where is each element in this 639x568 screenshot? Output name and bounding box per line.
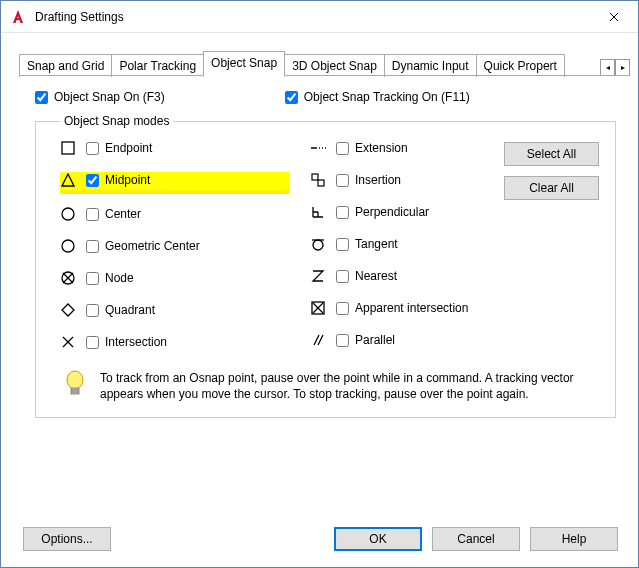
- checkbox-perpendicular[interactable]: Perpendicular: [336, 205, 429, 219]
- mode-perpendicular: Perpendicular: [310, 204, 510, 220]
- lightbulb-icon: [64, 370, 88, 403]
- svg-rect-4: [312, 174, 318, 180]
- svg-point-6: [313, 240, 323, 250]
- checkbox-intersection[interactable]: Intersection: [86, 335, 167, 349]
- checkbox-center[interactable]: Center: [86, 207, 141, 221]
- close-button[interactable]: [591, 2, 636, 32]
- checkbox-input-otrack-on[interactable]: [285, 91, 298, 104]
- dialog-footer: Options... OK Cancel Help: [1, 517, 638, 567]
- checkbox-object-snap-tracking-on[interactable]: Object Snap Tracking On (F11): [285, 90, 470, 104]
- tab-polar-tracking[interactable]: Polar Tracking: [111, 54, 204, 77]
- label-otrack-on: Object Snap Tracking On (F11): [304, 90, 470, 104]
- select-all-button[interactable]: Select All: [504, 142, 599, 166]
- mode-nearest: Nearest: [310, 268, 510, 284]
- hint-panel: To track from an Osnap point, pause over…: [60, 370, 599, 403]
- quadrant-icon: [60, 302, 76, 318]
- checkbox-parallel[interactable]: Parallel: [336, 333, 395, 347]
- midpoint-icon: [60, 172, 76, 188]
- checkbox-object-snap-on[interactable]: Object Snap On (F3): [35, 90, 165, 104]
- checkbox-apparent-intersection[interactable]: Apparent intersection: [336, 301, 468, 315]
- modes-col-left: Endpoint Midpoint Center Geometric Cente…: [60, 140, 290, 350]
- group-legend: Object Snap modes: [60, 114, 173, 128]
- window-title: Drafting Settings: [35, 10, 591, 24]
- label-osnap-on: Object Snap On (F3): [54, 90, 165, 104]
- mode-quadrant: Quadrant: [60, 302, 290, 318]
- svg-rect-5: [318, 180, 324, 186]
- tab-scroll: ◂ ▸: [600, 59, 630, 76]
- app-icon: [9, 8, 27, 26]
- intersection-icon: [60, 334, 76, 350]
- clear-all-button[interactable]: Clear All: [504, 176, 599, 200]
- titlebar: Drafting Settings: [1, 1, 638, 33]
- extension-icon: [310, 140, 326, 156]
- appint-icon: [310, 300, 326, 316]
- cancel-button[interactable]: Cancel: [432, 527, 520, 551]
- parallel-icon: [310, 332, 326, 348]
- group-object-snap-modes: Object Snap modes Select All Clear All E…: [35, 114, 616, 418]
- checkbox-midpoint[interactable]: Midpoint: [86, 173, 150, 187]
- hint-text: To track from an Osnap point, pause over…: [100, 370, 595, 403]
- endpoint-icon: [60, 140, 76, 156]
- tabbar: Snap and Grid Polar Tracking Object Snap…: [1, 33, 638, 76]
- mode-midpoint: Midpoint: [60, 172, 290, 190]
- tab-scroll-right[interactable]: ▸: [615, 59, 630, 76]
- dialog-window: Drafting Settings Snap and Grid Polar Tr…: [0, 0, 639, 568]
- mode-center: Center: [60, 206, 290, 222]
- svg-rect-9: [71, 388, 79, 394]
- tab-object-snap[interactable]: Object Snap: [203, 51, 285, 76]
- checkbox-insertion[interactable]: Insertion: [336, 173, 401, 187]
- ok-button[interactable]: OK: [334, 527, 422, 551]
- mode-node: Node: [60, 270, 290, 286]
- insertion-icon: [310, 172, 326, 188]
- modes-col-right: Extension Insertion Perpendicular Tangen…: [310, 140, 510, 350]
- checkbox-geometric-center[interactable]: Geometric Center: [86, 239, 200, 253]
- mode-extension: Extension: [310, 140, 510, 156]
- geocenter-icon: [60, 238, 76, 254]
- options-button[interactable]: Options...: [23, 527, 111, 551]
- tabpage-object-snap: Object Snap On (F3) Object Snap Tracking…: [1, 76, 638, 517]
- tab-quick-properties[interactable]: Quick Propert: [476, 54, 565, 77]
- checkbox-input-osnap-on[interactable]: [35, 91, 48, 104]
- tangent-icon: [310, 236, 326, 252]
- svg-point-2: [62, 240, 74, 252]
- perpendicular-icon: [310, 204, 326, 220]
- mode-parallel: Parallel: [310, 332, 510, 348]
- svg-point-1: [62, 208, 74, 220]
- tab-3d-object-snap[interactable]: 3D Object Snap: [284, 54, 385, 77]
- mode-tangent: Tangent: [310, 236, 510, 252]
- checkbox-extension[interactable]: Extension: [336, 141, 408, 155]
- tab-scroll-left[interactable]: ◂: [600, 59, 615, 76]
- svg-point-8: [67, 371, 83, 389]
- mode-apparent-intersection: Apparent intersection: [310, 300, 510, 316]
- checkbox-node[interactable]: Node: [86, 271, 134, 285]
- mode-endpoint: Endpoint: [60, 140, 290, 156]
- tab-snap-and-grid[interactable]: Snap and Grid: [19, 54, 112, 77]
- nearest-icon: [310, 268, 326, 284]
- svg-rect-0: [62, 142, 74, 154]
- checkbox-tangent[interactable]: Tangent: [336, 237, 398, 251]
- checkbox-endpoint[interactable]: Endpoint: [86, 141, 152, 155]
- help-button[interactable]: Help: [530, 527, 618, 551]
- checkbox-quadrant[interactable]: Quadrant: [86, 303, 155, 317]
- center-icon: [60, 206, 76, 222]
- node-icon: [60, 270, 76, 286]
- mode-insertion: Insertion: [310, 172, 510, 188]
- checkbox-nearest[interactable]: Nearest: [336, 269, 397, 283]
- mode-intersection: Intersection: [60, 334, 290, 350]
- mode-geometric-center: Geometric Center: [60, 238, 290, 254]
- tab-dynamic-input[interactable]: Dynamic Input: [384, 54, 477, 77]
